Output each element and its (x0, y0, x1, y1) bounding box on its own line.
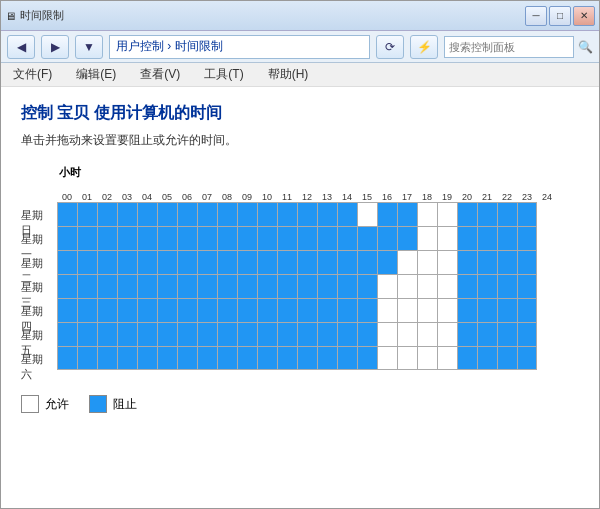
grid-cell[interactable] (337, 346, 357, 370)
grid-cell[interactable] (457, 274, 477, 298)
grid-cell[interactable] (437, 226, 457, 250)
grid-cell[interactable] (137, 274, 157, 298)
grid-cell[interactable] (157, 274, 177, 298)
grid-cell[interactable] (457, 202, 477, 226)
grid-cell[interactable] (297, 298, 317, 322)
grid-cell[interactable] (497, 346, 517, 370)
grid-cell[interactable] (297, 274, 317, 298)
grid-cell[interactable] (257, 322, 277, 346)
grid-cell[interactable] (117, 226, 137, 250)
grid-cell[interactable] (517, 274, 537, 298)
minimize-button[interactable]: ─ (525, 6, 547, 26)
grid-cell[interactable] (317, 250, 337, 274)
grid-cell[interactable] (97, 322, 117, 346)
grid-cell[interactable] (317, 298, 337, 322)
grid-cell[interactable] (177, 298, 197, 322)
grid-cell[interactable] (97, 226, 117, 250)
grid-cell[interactable] (437, 298, 457, 322)
grid-cell[interactable] (477, 298, 497, 322)
grid-cell[interactable] (337, 226, 357, 250)
grid-cell[interactable] (97, 274, 117, 298)
grid-cell[interactable] (357, 250, 377, 274)
grid-cell[interactable] (457, 298, 477, 322)
search-icon[interactable]: 🔍 (578, 40, 593, 54)
grid-cell[interactable] (137, 250, 157, 274)
grid-cell[interactable] (177, 322, 197, 346)
grid-cell[interactable] (197, 226, 217, 250)
grid-cell[interactable] (137, 202, 157, 226)
grid-cell[interactable] (237, 226, 257, 250)
grid-cell[interactable] (257, 298, 277, 322)
grid-cell[interactable] (397, 298, 417, 322)
grid-cell[interactable] (377, 298, 397, 322)
grid-cell[interactable] (397, 322, 417, 346)
grid-cell[interactable] (397, 202, 417, 226)
grid-cell[interactable] (257, 202, 277, 226)
grid-cell[interactable] (217, 202, 237, 226)
grid-cell[interactable] (497, 226, 517, 250)
grid-cell[interactable] (477, 202, 497, 226)
grid-cell[interactable] (517, 346, 537, 370)
grid-cell[interactable] (397, 226, 417, 250)
search-input[interactable] (444, 36, 574, 58)
grid-cell[interactable] (257, 346, 277, 370)
grid-cell[interactable] (197, 202, 217, 226)
grid-cell[interactable] (157, 298, 177, 322)
grid-cell[interactable] (357, 202, 377, 226)
forward-button[interactable]: ▶ (41, 35, 69, 59)
grid-cell[interactable] (177, 226, 197, 250)
grid-cell[interactable] (497, 274, 517, 298)
grid-cell[interactable] (357, 274, 377, 298)
grid-cell[interactable] (57, 250, 77, 274)
grid-cell[interactable] (57, 298, 77, 322)
menu-help[interactable]: 帮助(H) (264, 64, 313, 85)
maximize-button[interactable]: □ (549, 6, 571, 26)
grid-cell[interactable] (357, 346, 377, 370)
grid-cell[interactable] (77, 250, 97, 274)
grid-cell[interactable] (197, 298, 217, 322)
grid-cell[interactable] (217, 298, 237, 322)
grid-cell[interactable] (357, 298, 377, 322)
grid-cell[interactable] (257, 250, 277, 274)
grid-cell[interactable] (117, 250, 137, 274)
back-button[interactable]: ◀ (7, 35, 35, 59)
grid-cell[interactable] (117, 274, 137, 298)
grid-cell[interactable] (217, 322, 237, 346)
grid-cell[interactable] (417, 298, 437, 322)
grid-cell[interactable] (377, 226, 397, 250)
grid-cell[interactable] (217, 226, 237, 250)
grid-cell[interactable] (417, 346, 437, 370)
grid-cell[interactable] (377, 250, 397, 274)
grid-cell[interactable] (77, 274, 97, 298)
grid-cell[interactable] (117, 298, 137, 322)
grid-cell[interactable] (437, 274, 457, 298)
grid-cell[interactable] (517, 298, 537, 322)
grid-cell[interactable] (477, 226, 497, 250)
grid-cell[interactable] (297, 346, 317, 370)
grid-cell[interactable] (417, 274, 437, 298)
grid-cell[interactable] (137, 298, 157, 322)
grid-cell[interactable] (517, 322, 537, 346)
grid-cell[interactable] (437, 250, 457, 274)
grid-cell[interactable] (277, 346, 297, 370)
grid-cell[interactable] (77, 322, 97, 346)
grid-cell[interactable] (517, 202, 537, 226)
grid-cell[interactable] (217, 274, 237, 298)
grid-cell[interactable] (197, 250, 217, 274)
menu-file[interactable]: 文件(F) (9, 64, 56, 85)
close-button[interactable]: ✕ (573, 6, 595, 26)
grid-cell[interactable] (57, 346, 77, 370)
grid-cell[interactable] (157, 346, 177, 370)
grid-cell[interactable] (277, 322, 297, 346)
grid-cell[interactable] (217, 346, 237, 370)
grid-cell[interactable] (417, 250, 437, 274)
grid-cell[interactable] (117, 346, 137, 370)
grid-cell[interactable] (417, 202, 437, 226)
grid-cell[interactable] (337, 322, 357, 346)
grid-cell[interactable] (77, 226, 97, 250)
grid-cell[interactable] (57, 202, 77, 226)
grid-cell[interactable] (417, 226, 437, 250)
grid-cell[interactable] (177, 274, 197, 298)
grid-cell[interactable] (137, 346, 157, 370)
menu-view[interactable]: 查看(V) (136, 64, 184, 85)
